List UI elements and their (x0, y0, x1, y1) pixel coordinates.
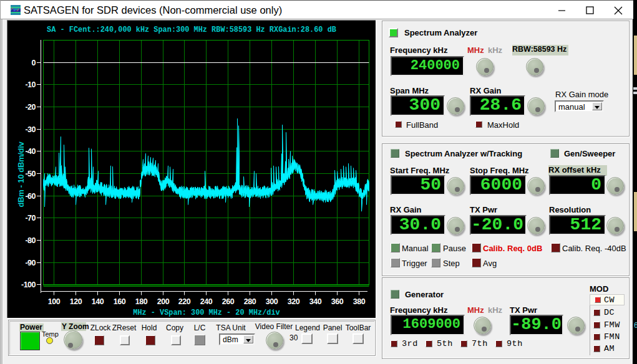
svg-text:120: 120 (70, 297, 82, 306)
svg-text:200: 200 (157, 297, 170, 306)
svg-text:-30: -30 (25, 125, 36, 134)
svg-text:-40: -40 (25, 147, 36, 156)
svg-text:280: 280 (244, 297, 256, 306)
svg-text:340: 340 (309, 297, 322, 306)
svg-text:380: 380 (353, 297, 366, 306)
svg-text:-20: -20 (25, 103, 36, 112)
svg-text:MHz - VSpan: 300 MHz - 20 MHz/: MHz - VSpan: 300 MHz - 20 MHz/div (133, 309, 280, 317)
svg-text:-80: -80 (25, 236, 36, 245)
svg-text:180: 180 (135, 297, 148, 306)
svg-text:160: 160 (114, 297, 126, 306)
svg-text:360: 360 (331, 297, 344, 306)
svg-text:240: 240 (200, 297, 213, 306)
svg-text:100: 100 (48, 297, 61, 306)
svg-text:-50: -50 (25, 170, 36, 178)
svg-text:260: 260 (222, 297, 235, 306)
svg-text:320: 320 (288, 297, 300, 306)
svg-text:dBm - 10 dBm/div: dBm - 10 dBm/div (16, 141, 26, 207)
svg-text:-90: -90 (25, 259, 36, 267)
svg-text:SA - FCent.:240,000 kHz Span:3: SA - FCent.:240,000 kHz Span:300 MHz RBW… (47, 26, 336, 34)
svg-text:-10: -10 (25, 80, 36, 89)
svg-text:-100: -100 (21, 280, 36, 289)
svg-text:300: 300 (266, 297, 278, 306)
svg-text:0: 0 (32, 59, 36, 67)
svg-text:-60: -60 (25, 192, 36, 201)
svg-text:-70: -70 (25, 214, 36, 223)
svg-text:220: 220 (178, 297, 191, 306)
svg-text:140: 140 (92, 297, 104, 306)
